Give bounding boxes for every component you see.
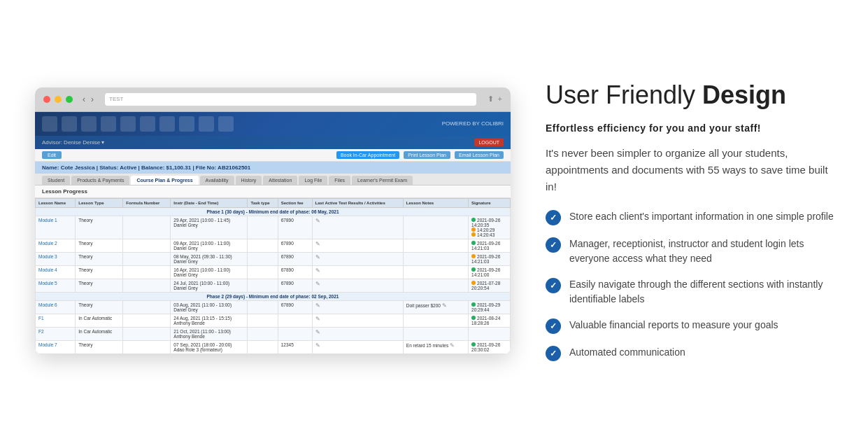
nav-icon-3[interactable]: [101, 116, 116, 132]
notes-f1: [403, 314, 468, 327]
close-dot[interactable]: [43, 96, 50, 103]
col-header-task: Task type: [248, 198, 278, 207]
pencil-icon[interactable]: ✎: [315, 254, 320, 260]
formula-module1: [123, 216, 171, 239]
feature-text-2: Manager, receptionist, instructor and st…: [569, 237, 840, 266]
lesson-type-module1: Theory: [76, 216, 123, 239]
list-item: Manager, receptionist, instructor and st…: [546, 237, 840, 266]
minimize-dot[interactable]: [55, 96, 62, 103]
phase-2-row: Phase 2 (29 days) - Minimum end date of …: [36, 292, 511, 300]
edit-button[interactable]: Edit: [42, 151, 62, 159]
fee-module6: 67890: [278, 300, 312, 314]
check-icon-4: [546, 318, 561, 334]
fee-module5: 67890: [278, 279, 312, 292]
edit-note-icon[interactable]: ✎: [442, 302, 447, 309]
dates-module3: 2021-09-2614:21:03: [469, 252, 511, 265]
col-header-signature: Signature: [469, 198, 511, 207]
list-item: Valuable financial reports to measure yo…: [546, 318, 840, 334]
formula-module2: [123, 239, 171, 252]
task-module1: [248, 216, 278, 239]
maximize-dot[interactable]: [66, 96, 73, 103]
lesson-name-module4[interactable]: Module 4: [38, 267, 57, 272]
add-tab-icon[interactable]: +: [498, 94, 502, 104]
lesson-type-module2: Theory: [76, 239, 123, 252]
url-bar[interactable]: TEST: [105, 93, 476, 106]
nav-icon-4[interactable]: [120, 116, 136, 132]
status-dot: [471, 342, 476, 346]
nav-icon-1[interactable]: [62, 116, 77, 132]
table-container[interactable]: Lesson Name Lesson Type Formula Number I…: [35, 198, 511, 354]
table-row: Module 7 Theory 07 Sep, 2021 (18:00 - 20…: [36, 340, 511, 354]
nav2-logout-button[interactable]: LOGOUT: [474, 139, 504, 146]
tab-files[interactable]: Files: [329, 176, 350, 185]
status-dot: [471, 302, 476, 307]
fee-f2: [278, 327, 312, 340]
client-info-bar: Name: Cote Jessica | Status: Active | Ba…: [35, 162, 511, 174]
lesson-type-module3: Theory: [76, 252, 123, 265]
nav-icon-5[interactable]: [140, 116, 155, 132]
pencil-icon[interactable]: ✎: [315, 316, 320, 322]
share-icon[interactable]: ⬆: [488, 94, 494, 104]
tab-availability[interactable]: Availability: [200, 176, 234, 185]
lesson-name-module1[interactable]: Module 1: [38, 218, 57, 223]
pencil-icon[interactable]: ✎: [315, 342, 320, 349]
edit-note-icon[interactable]: ✎: [450, 342, 455, 349]
lesson-name-module2[interactable]: Module 2: [38, 241, 57, 246]
lesson-type-module4: Theory: [76, 265, 123, 279]
col-header-lesson-name: Lesson Name: [36, 198, 76, 207]
status-f2: ✎: [312, 327, 403, 340]
lesson-name-module3[interactable]: Module 3: [38, 254, 57, 259]
subheading-text: Effortless efficiency for you and your s…: [546, 122, 840, 134]
tab-attestation[interactable]: Attestation: [263, 176, 297, 185]
back-icon[interactable]: ‹: [83, 94, 85, 104]
client-info-text: Name: Cote Jessica | Status: Active | Ba…: [42, 164, 250, 171]
fee-module3: 67890: [278, 252, 312, 265]
formula-module5: [123, 279, 171, 292]
lesson-name-f1[interactable]: F1: [38, 316, 44, 321]
tab-products-payments[interactable]: Products & Payments: [71, 176, 129, 185]
tab-student[interactable]: Student: [42, 176, 70, 185]
feature-list: Store each client's important informatio…: [546, 209, 840, 361]
lesson-type-f2: In Car Automatic: [76, 327, 123, 340]
page-container: ‹ › TEST ⬆ +: [0, 0, 868, 441]
section-header: Lesson Progress: [35, 186, 511, 198]
lesson-name-f2[interactable]: F2: [38, 329, 44, 334]
app-logo-icon: [42, 116, 57, 132]
lesson-name-module5[interactable]: Module 5: [38, 281, 57, 286]
pencil-icon[interactable]: ✎: [315, 302, 320, 309]
print-lesson-plan-button[interactable]: Print Lesson Plan: [404, 151, 450, 159]
status-f1: ✎: [312, 314, 403, 327]
tab-course-plan[interactable]: Course Plan & Progress: [131, 176, 198, 185]
tab-log-file[interactable]: Log File: [299, 176, 327, 185]
pencil-icon[interactable]: ✎: [315, 218, 320, 224]
col-header-notes: Lesson Notes: [403, 198, 468, 207]
task-module4: [248, 265, 278, 279]
status-module1: ✎: [312, 216, 403, 239]
formula-f2: [123, 327, 171, 340]
check-icon-1: [546, 210, 561, 225]
lesson-name-module7[interactable]: Module 7: [38, 342, 57, 347]
browser-titlebar: ‹ › TEST ⬆ +: [35, 88, 511, 112]
tab-learner-permit[interactable]: Learner's Permit Exam: [352, 176, 413, 185]
powered-by-label: POWERED BY COLIBRI: [442, 120, 504, 127]
nav-icon-6[interactable]: [159, 116, 175, 132]
instructor-module7: 07 Sep, 2021 (18:00 - 20:00)Adao Role 3 …: [171, 340, 248, 354]
nav-icon-9[interactable]: [218, 116, 234, 132]
nav-icon-2[interactable]: [81, 116, 97, 132]
pencil-icon[interactable]: ✎: [315, 267, 320, 274]
pencil-icon[interactable]: ✎: [315, 329, 320, 335]
lesson-name-module6[interactable]: Module 6: [38, 302, 57, 307]
pencil-icon[interactable]: ✎: [315, 281, 320, 287]
forward-icon[interactable]: ›: [91, 94, 94, 104]
feature-text-5: Automated communication: [569, 345, 685, 360]
status-dot: [471, 232, 476, 237]
nav-icon-8[interactable]: [199, 116, 214, 132]
table-row: Module 1 Theory 29 Apr, 2021 (10:00 - 11…: [36, 216, 511, 239]
dates-f1: 2021-08-2418:28:26: [469, 314, 511, 327]
book-appointment-button[interactable]: Book In-Car Appointment: [336, 151, 399, 159]
col-header-test-results: Last Active Test Results / Activities: [312, 198, 403, 207]
nav-icon-7[interactable]: [179, 116, 194, 132]
pencil-icon[interactable]: ✎: [315, 241, 320, 247]
tab-history[interactable]: History: [236, 176, 262, 185]
email-lesson-plan-button[interactable]: Email Lesson Plan: [455, 151, 504, 159]
